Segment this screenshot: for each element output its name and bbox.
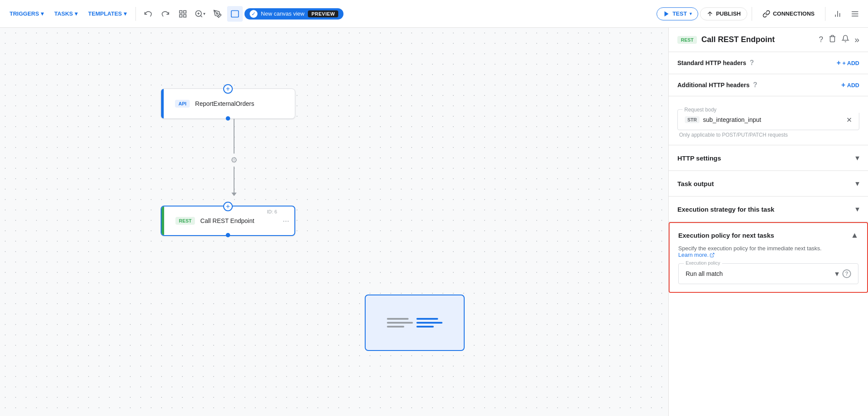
zoom-button[interactable]: ▾ bbox=[192, 6, 208, 22]
separator-1 bbox=[135, 7, 136, 21]
templates-label: TEMPLATES bbox=[88, 10, 122, 17]
standard-http-help-icon[interactable]: ? bbox=[749, 59, 754, 67]
grid-view-button[interactable] bbox=[175, 6, 191, 22]
gear-icon[interactable]: ⚙ bbox=[228, 154, 241, 167]
additional-http-add-button[interactable]: + ADD bbox=[841, 81, 859, 89]
svg-rect-0 bbox=[179, 10, 182, 13]
panel-header-icons: ? » bbox=[819, 35, 859, 45]
task-output-section: Task output ▾ bbox=[669, 171, 868, 197]
execution-policy-field-label: Execution policy bbox=[684, 260, 722, 265]
svg-rect-1 bbox=[183, 10, 186, 13]
standard-http-headers-section: Standard HTTP headers ? + + ADD bbox=[669, 52, 868, 74]
canvas-toggle-label: New canvas view bbox=[261, 10, 304, 17]
test-button[interactable]: TEST ▾ bbox=[657, 7, 698, 20]
standard-http-add-button[interactable]: + + ADD bbox=[837, 59, 859, 67]
line-b-3 bbox=[416, 326, 434, 328]
connector: ⚙ bbox=[228, 119, 241, 196]
api-node-label: ReportExternalOrders bbox=[195, 100, 254, 107]
panel-header: REST Call REST Endpoint ? » bbox=[669, 28, 868, 52]
connector-line-1 bbox=[234, 119, 234, 154]
additional-http-headers-row[interactable]: Additional HTTP headers ? + ADD bbox=[677, 81, 859, 89]
api-node[interactable]: API ReportExternalOrders + bbox=[161, 88, 295, 119]
request-body-hint: Only applicable to POST/PUT/PATCH reques… bbox=[677, 132, 859, 138]
delete-icon[interactable] bbox=[828, 35, 836, 45]
rest-node-label: Call REST Endpoint bbox=[200, 217, 254, 224]
undo-button[interactable] bbox=[140, 6, 156, 22]
add-label-2: ADD bbox=[847, 82, 859, 88]
canvas-view-button[interactable] bbox=[227, 6, 243, 22]
triggers-chevron-icon: ▾ bbox=[41, 10, 44, 17]
additional-http-headers-label: Additional HTTP headers ? bbox=[677, 81, 757, 89]
execution-policy-header[interactable]: Execution policy for next tasks ▲ bbox=[678, 231, 858, 240]
triggers-menu[interactable]: TRIGGERS ▾ bbox=[5, 8, 48, 20]
task-output-header[interactable]: Task output ▾ bbox=[677, 179, 859, 188]
canvas-toggle[interactable]: ✓ New canvas view PREVIEW bbox=[244, 8, 344, 20]
execution-strategy-section: Execution strategy for this task ▾ bbox=[669, 197, 868, 222]
rest-node-connector-bottom bbox=[226, 233, 230, 237]
analytics-button[interactable] bbox=[830, 6, 845, 22]
svg-line-18 bbox=[712, 253, 714, 255]
rest-badge: REST bbox=[175, 217, 195, 225]
preview-badge: PREVIEW bbox=[308, 10, 338, 17]
execution-policy-chevron-icon: ▲ bbox=[851, 231, 858, 240]
api-badge: API bbox=[175, 100, 190, 108]
rest-node-add-top[interactable]: + bbox=[223, 202, 233, 211]
execution-policy-dropdown-icon[interactable]: ▾ bbox=[835, 269, 839, 278]
collapse-icon[interactable]: » bbox=[855, 35, 859, 45]
pen-tool-button[interactable] bbox=[210, 6, 225, 22]
toggle-check-icon: ✓ bbox=[250, 10, 257, 18]
standard-http-headers-row[interactable]: Standard HTTP headers ? + + ADD bbox=[677, 59, 859, 67]
http-settings-header[interactable]: HTTP settings ▾ bbox=[677, 153, 859, 163]
connector-line-2 bbox=[234, 167, 234, 193]
api-node-bar bbox=[161, 89, 164, 118]
task-output-chevron-icon: ▾ bbox=[855, 179, 859, 188]
execution-strategy-header[interactable]: Execution strategy for this task ▾ bbox=[677, 204, 859, 214]
lines-illustration-2 bbox=[416, 318, 442, 328]
workflow-canvas[interactable]: API ReportExternalOrders + ⚙ REST Call R… bbox=[0, 28, 668, 416]
triggers-label: TRIGGERS bbox=[10, 10, 39, 17]
api-node-add-top[interactable]: + bbox=[223, 84, 233, 94]
tasks-chevron-icon: ▾ bbox=[75, 10, 78, 17]
line-b-2 bbox=[416, 322, 442, 324]
execution-policy-help-icon[interactable]: ? bbox=[842, 269, 851, 278]
request-body-label: Request body bbox=[683, 107, 865, 113]
svg-rect-9 bbox=[231, 10, 238, 17]
remove-request-body-button[interactable]: ✕ bbox=[846, 116, 852, 124]
svg-rect-2 bbox=[179, 14, 182, 17]
rest-node-bar bbox=[162, 206, 164, 235]
rest-node[interactable]: REST Call REST Endpoint ID: 6 + ··· bbox=[161, 206, 295, 236]
str-badge: STR bbox=[685, 116, 700, 123]
request-body-value: sub_integration_input bbox=[703, 116, 843, 123]
publish-button[interactable]: PUBLISH bbox=[700, 7, 747, 20]
task-output-label: Task output bbox=[677, 180, 714, 187]
templates-menu[interactable]: TEMPLATES ▾ bbox=[84, 8, 131, 20]
connections-label: CONNECTIONS bbox=[773, 10, 815, 17]
panel-title: Call REST Endpoint bbox=[701, 35, 815, 44]
main-container: API ReportExternalOrders + ⚙ REST Call R… bbox=[0, 28, 868, 416]
zoom-chevron: ▾ bbox=[203, 11, 205, 16]
separator-2 bbox=[752, 7, 752, 21]
svg-rect-3 bbox=[183, 14, 186, 17]
notification-icon[interactable] bbox=[842, 35, 849, 45]
publish-label: PUBLISH bbox=[716, 10, 741, 17]
top-navigation: TRIGGERS ▾ TASKS ▾ TEMPLATES ▾ ▾ ✓ New c… bbox=[0, 0, 868, 28]
menu-button[interactable] bbox=[847, 6, 863, 22]
execution-policy-field[interactable]: Execution policy Run all match ▾ ? bbox=[678, 263, 858, 284]
bottom-box[interactable] bbox=[365, 295, 465, 351]
lines-illustration bbox=[387, 318, 413, 328]
panel-rest-badge: REST bbox=[677, 36, 697, 44]
test-label: TEST bbox=[673, 10, 687, 17]
redo-button[interactable] bbox=[158, 6, 173, 22]
help-icon[interactable]: ? bbox=[819, 35, 823, 44]
rest-node-menu[interactable]: ··· bbox=[283, 216, 289, 226]
http-settings-label: HTTP settings bbox=[677, 154, 721, 162]
execution-policy-value: Run all match bbox=[686, 270, 723, 277]
additional-http-help-icon[interactable]: ? bbox=[753, 81, 757, 89]
tasks-menu[interactable]: TASKS ▾ bbox=[50, 8, 82, 20]
line-1 bbox=[387, 318, 409, 320]
connections-button[interactable]: CONNECTIONS bbox=[756, 7, 821, 20]
add-label-1: + ADD bbox=[842, 60, 859, 66]
learn-more-link[interactable]: Learn more. bbox=[678, 252, 715, 258]
line-2 bbox=[387, 322, 413, 324]
additional-http-headers-section: Additional HTTP headers ? + ADD bbox=[669, 74, 868, 96]
